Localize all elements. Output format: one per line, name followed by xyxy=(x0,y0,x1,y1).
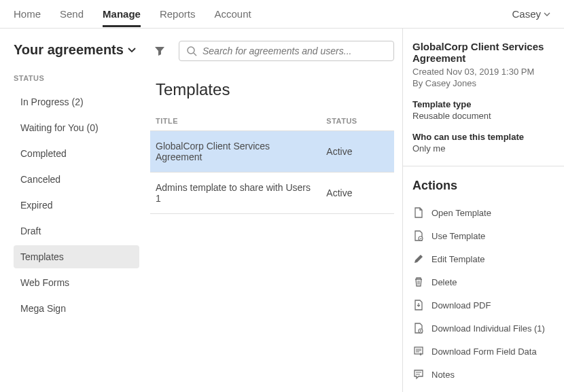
action-label: Delete xyxy=(431,277,457,287)
template-type-value: Reusable document xyxy=(412,111,554,121)
content-title: Templates xyxy=(150,80,394,99)
nav-account[interactable]: Account xyxy=(214,1,251,26)
nav-send[interactable]: Send xyxy=(60,1,84,26)
action-use-template[interactable]: Use Template xyxy=(412,224,554,247)
sidebar-item-templates[interactable]: Templates xyxy=(14,245,139,268)
sidebar-item-completed[interactable]: Completed xyxy=(14,142,139,165)
search-box[interactable] xyxy=(179,41,394,61)
sidebar-item-in-progress[interactable]: In Progress (2) xyxy=(14,90,139,113)
who-label: Who can use this template xyxy=(412,132,554,142)
panel-by: By Casey Jones xyxy=(412,78,554,88)
nav-manage[interactable]: Manage xyxy=(103,1,141,26)
action-download-form-data[interactable]: Download Form Field Data xyxy=(412,340,554,363)
action-download-pdf[interactable]: Download PDF xyxy=(412,293,554,317)
panel-created: Created Nov 03, 2019 1:30 PM xyxy=(412,67,554,77)
search-input[interactable] xyxy=(202,46,387,56)
nav-items: Home Send Manage Reports Account xyxy=(14,1,251,26)
action-label: Edit Template xyxy=(431,254,485,264)
cell-status: Active xyxy=(321,131,394,173)
action-notes[interactable]: Notes xyxy=(412,363,554,386)
document-icon xyxy=(412,207,425,218)
action-label: Download PDF xyxy=(431,300,491,310)
action-label: Use Template xyxy=(431,231,485,241)
sidebar-item-waiting[interactable]: Waiting for You (0) xyxy=(14,116,139,139)
action-label: Notes xyxy=(431,370,455,380)
sidebar-section-label: STATUS xyxy=(14,74,139,82)
action-open-template[interactable]: Open Template xyxy=(412,201,554,224)
cell-title: GlobalCorp Client Services Agreement xyxy=(150,131,321,173)
user-menu[interactable]: Casey xyxy=(512,8,550,20)
nav-reports[interactable]: Reports xyxy=(160,1,196,26)
chevron-down-icon xyxy=(544,12,550,16)
document-arrow-icon xyxy=(412,230,425,241)
cell-title: Admins template to share with Users 1 xyxy=(150,173,321,214)
content-toolbar xyxy=(150,41,394,61)
sidebar-item-canceled[interactable]: Canceled xyxy=(14,168,139,191)
download-multi-icon xyxy=(412,323,425,334)
download-icon xyxy=(412,300,425,310)
action-label: Open Template xyxy=(431,208,491,218)
sidebar-item-expired[interactable]: Expired xyxy=(14,194,139,217)
divider xyxy=(403,166,564,166)
svg-point-2 xyxy=(419,236,423,240)
svg-line-1 xyxy=(194,53,196,56)
sidebar-title-row[interactable]: Your agreements xyxy=(14,42,139,58)
details-panel: GlobalCorp Client Services Agreement Cre… xyxy=(402,29,564,392)
cell-status: Active xyxy=(321,173,394,214)
templates-table: TITLE STATUS GlobalCorp Client Services … xyxy=(150,111,394,214)
who-value: Only me xyxy=(412,143,554,154)
user-name: Casey xyxy=(512,8,541,20)
action-label: Download Form Field Data xyxy=(431,346,537,357)
chevron-down-icon xyxy=(128,48,136,53)
sidebar-item-draft[interactable]: Draft xyxy=(14,219,139,243)
actions-title: Actions xyxy=(412,179,554,193)
table-row[interactable]: Admins template to share with Users 1 Ac… xyxy=(150,173,394,214)
search-icon xyxy=(186,46,197,56)
col-header-title[interactable]: TITLE xyxy=(150,111,321,131)
action-edit-template[interactable]: Edit Template xyxy=(412,247,554,270)
table-row[interactable]: GlobalCorp Client Services Agreement Act… xyxy=(150,131,394,173)
main: Your agreements STATUS In Progress (2) W… xyxy=(0,29,564,392)
sidebar: Your agreements STATUS In Progress (2) W… xyxy=(0,29,146,392)
notes-icon xyxy=(412,369,425,380)
template-type-label: Template type xyxy=(412,99,554,109)
col-header-status[interactable]: STATUS xyxy=(321,111,394,131)
pencil-icon xyxy=(412,253,425,264)
content: Templates TITLE STATUS GlobalCorp Client… xyxy=(146,29,402,392)
nav-home[interactable]: Home xyxy=(14,1,41,26)
panel-title: GlobalCorp Client Services Agreement xyxy=(412,41,554,64)
sidebar-item-web-forms[interactable]: Web Forms xyxy=(14,271,139,294)
sidebar-title: Your agreements xyxy=(14,42,124,58)
sidebar-item-mega-sign[interactable]: Mega Sign xyxy=(14,297,139,320)
download-form-icon xyxy=(412,346,425,357)
action-label: Download Individual Files (1) xyxy=(431,323,545,334)
svg-point-0 xyxy=(188,47,194,54)
action-delete[interactable]: Delete xyxy=(412,270,554,293)
trash-icon xyxy=(412,277,425,287)
top-nav: Home Send Manage Reports Account Casey xyxy=(0,0,564,29)
action-download-individual[interactable]: Download Individual Files (1) xyxy=(412,317,554,340)
filter-icon[interactable] xyxy=(150,43,169,59)
